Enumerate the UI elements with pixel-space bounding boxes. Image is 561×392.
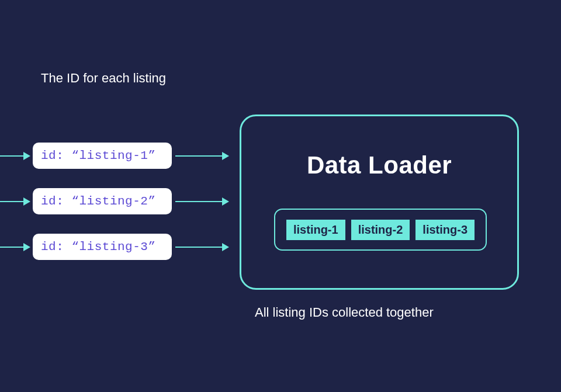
id-pill-3: id: “listing-3” <box>33 234 172 260</box>
data-loader-title: Data Loader <box>241 151 517 179</box>
arrow-icon <box>175 201 228 202</box>
collected-item: listing-1 <box>286 220 345 240</box>
collected-ids-container: listing-1 listing-2 listing-3 <box>274 209 487 251</box>
arrow-icon <box>0 155 29 157</box>
collected-item: listing-2 <box>351 220 410 240</box>
arrow-icon <box>0 247 29 248</box>
id-pill-1: id: “listing-1” <box>33 143 172 169</box>
top-caption: The ID for each listing <box>41 71 166 86</box>
bottom-caption: All listing IDs collected together <box>255 305 434 320</box>
arrow-icon <box>175 155 228 157</box>
arrow-icon <box>175 247 228 248</box>
data-loader-box: Data Loader listing-1 listing-2 listing-… <box>240 115 519 290</box>
collected-item: listing-3 <box>415 220 475 240</box>
id-pill-2: id: “listing-2” <box>33 188 172 214</box>
arrow-icon <box>0 201 29 202</box>
